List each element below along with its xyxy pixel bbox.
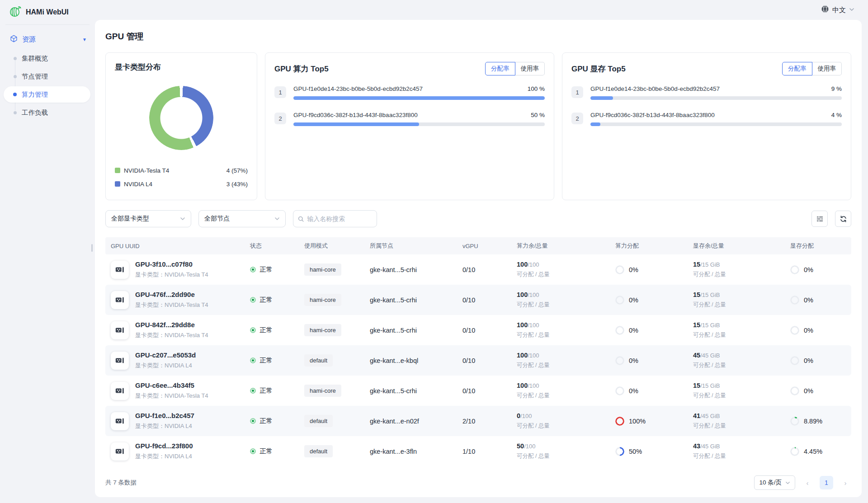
gpu-type-label: 显卡类型：NVIDIA L4	[135, 422, 194, 430]
mem-alloc-percent: 0%	[804, 327, 813, 334]
filter-bar: 全部显卡类型 全部节点	[105, 210, 851, 227]
progress-fill	[590, 122, 600, 126]
status-cell: 正常	[250, 296, 304, 304]
mem-alloc-cell: 8.89%	[790, 417, 851, 426]
gpu-uuid[interactable]: GPU-3f10...c07f80	[135, 260, 208, 268]
status-label: 正常	[259, 296, 273, 304]
core-cell: 50/100 可分配 / 总量	[517, 442, 615, 460]
ring-gauge-icon	[615, 296, 624, 305]
ring-gauge-icon	[615, 447, 624, 456]
status-label: 正常	[259, 417, 273, 425]
search-icon	[298, 216, 304, 222]
mem-cell: 43/45 GiB 可分配 / 总量	[693, 442, 790, 460]
node-cell: gke-kant...e-n02f	[370, 418, 462, 425]
node-cell: gke-kant...5-crhi	[370, 387, 462, 395]
percent-label: 100 %	[528, 85, 545, 92]
node-select-value: 全部节点	[204, 215, 274, 223]
page-size-select[interactable]: 10 条/页	[754, 475, 795, 490]
core-alloc-cell: 0%	[615, 296, 693, 305]
table-body: GPU-3f10...c07f80 显卡类型：NVIDIA-Tesla T4 正…	[105, 254, 851, 466]
vgpu-cell: 0/10	[462, 387, 517, 395]
ring-gauge-icon	[615, 326, 624, 335]
mode-chip: hami-core	[304, 294, 341, 306]
memory-top5-toggle: 分配率 使用率	[782, 62, 842, 75]
donut-legend: NVIDIA-Tesla T4 4 (57%) NVIDIA L4 3 (43%…	[115, 164, 248, 191]
gpu-uuid-label: GPU-f1e0de14-23bc-b0be-5b0d-ecbd92b2c457	[590, 85, 720, 92]
table-row[interactable]: GPU-476f...2dd90e 显卡类型：NVIDIA-Tesla T4 正…	[105, 285, 851, 315]
rank-badge: 1	[571, 86, 583, 98]
ring-gauge-icon	[790, 386, 799, 395]
mem-alloc-percent: 0%	[804, 266, 813, 273]
sidebar-item[interactable]: 节点管理	[4, 68, 90, 85]
sidebar-section-resources[interactable]: 资源 ▼	[0, 31, 95, 47]
col-mode: 使用模式	[304, 242, 370, 250]
legend-value: 4 (57%)	[226, 167, 248, 174]
search-input[interactable]	[307, 215, 372, 222]
current-page-button[interactable]: 1	[820, 476, 833, 489]
mem-alloc-percent: 8.89%	[804, 418, 822, 425]
gpu-uuid[interactable]: GPU-c6ee...4b34f5	[135, 381, 208, 389]
donut-chart	[149, 86, 213, 150]
prev-page-button[interactable]: ‹	[802, 479, 813, 487]
usage-rate-tab[interactable]: 使用率	[812, 62, 842, 75]
gpu-type-select[interactable]: 全部显卡类型	[105, 210, 191, 227]
sidebar-item[interactable]: 算力管理	[4, 86, 90, 103]
core-alloc-percent: 0%	[629, 296, 638, 304]
core-alloc-cell: 0%	[615, 265, 693, 274]
top5-item: 1 GPU-f1e0de14-23bc-b0be-5b0d-ecbd92b2c4…	[571, 85, 842, 100]
status-cell: 正常	[250, 265, 304, 274]
node-cell: gke-kant...e-3fln	[370, 448, 462, 455]
alloc-rate-tab[interactable]: 分配率	[782, 62, 812, 75]
gpu-type-label: 显卡类型：NVIDIA-Tesla T4	[135, 331, 208, 339]
progress-fill	[590, 96, 613, 100]
gpu-uuid[interactable]: GPU-f9cd...23f800	[135, 442, 193, 450]
gpu-uuid[interactable]: GPU-f1e0...b2c457	[135, 412, 194, 419]
legend-swatch-icon	[115, 168, 120, 173]
core-cell: 100/100 可分配 / 总量	[517, 261, 615, 278]
compute-top5-title: GPU 算力 Top5	[274, 64, 329, 74]
table-row[interactable]: GPU-f1e0...b2c457 显卡类型：NVIDIA L4 正常 defa…	[105, 406, 851, 436]
column-settings-button[interactable]	[811, 211, 828, 227]
refresh-button[interactable]	[835, 211, 851, 227]
search-box	[293, 210, 377, 227]
language-label: 中文	[832, 6, 846, 14]
node-cell: gke-kant...5-crhi	[370, 296, 462, 304]
col-core: 算力余/总量	[517, 242, 615, 250]
progress-fill	[293, 96, 545, 100]
next-page-button[interactable]: ›	[840, 479, 851, 487]
sidebar-item[interactable]: 工作负载	[4, 104, 90, 121]
sidebar-item-label: 节点管理	[22, 72, 48, 81]
alloc-rate-tab[interactable]: 分配率	[485, 62, 515, 75]
language-selector[interactable]: 中文	[821, 5, 854, 15]
table-row[interactable]: GPU-c6ee...4b34f5 显卡类型：NVIDIA-Tesla T4 正…	[105, 376, 851, 406]
compute-top5-toggle: 分配率 使用率	[485, 62, 545, 75]
mem-cell: 15/15 GiB 可分配 / 总量	[693, 291, 790, 309]
legend-item[interactable]: NVIDIA-Tesla T4 4 (57%)	[115, 164, 248, 177]
ring-gauge-icon	[790, 326, 799, 335]
gpu-type-label: 显卡类型：NVIDIA-Tesla T4	[135, 271, 208, 279]
ring-gauge-icon	[615, 265, 624, 274]
vgpu-cell: 0/10	[462, 296, 517, 304]
table-row[interactable]: GPU-c207...e5053d 显卡类型：NVIDIA L4 正常 defa…	[105, 345, 851, 376]
status-label: 正常	[259, 447, 273, 456]
ring-gauge-icon	[615, 386, 624, 395]
chevron-down-icon	[849, 6, 854, 14]
gpu-uuid[interactable]: GPU-842f...29dd8e	[135, 321, 208, 329]
sidebar-item[interactable]: 集群概览	[4, 50, 90, 66]
gpu-uuid[interactable]: GPU-476f...2dd90e	[135, 291, 208, 298]
vgpu-cell: 1/10	[462, 448, 517, 455]
core-alloc-cell: 0%	[615, 356, 693, 365]
mode-chip: hami-core	[304, 385, 341, 397]
chevron-down-icon	[180, 216, 185, 221]
top5-item: 2 GPU-f9cd036c-382f-b13d-443f-8baac323f8…	[274, 112, 545, 126]
gpu-uuid[interactable]: GPU-c207...e5053d	[135, 351, 196, 359]
legend-label: NVIDIA L4	[124, 181, 226, 188]
table-row[interactable]: GPU-842f...29dd8e 显卡类型：NVIDIA-Tesla T4 正…	[105, 315, 851, 345]
node-select[interactable]: 全部节点	[198, 210, 286, 227]
ring-gauge-icon	[615, 417, 624, 426]
table-row[interactable]: GPU-f9cd...23f800 显卡类型：NVIDIA L4 正常 defa…	[105, 436, 851, 466]
sidebar-resize-handle[interactable]	[91, 244, 93, 252]
usage-rate-tab[interactable]: 使用率	[515, 62, 545, 75]
table-row[interactable]: GPU-3f10...c07f80 显卡类型：NVIDIA-Tesla T4 正…	[105, 254, 851, 285]
legend-item[interactable]: NVIDIA L4 3 (43%)	[115, 177, 248, 191]
